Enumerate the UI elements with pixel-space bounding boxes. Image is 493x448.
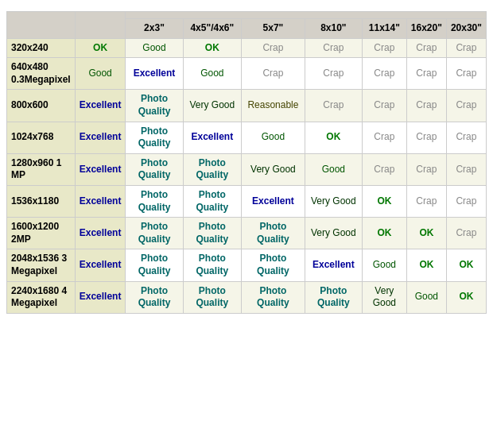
quality-cell: Crap [362,90,406,122]
capture-cell: 1280x960 1 MP [7,153,76,185]
quality-cell: Crap [446,185,486,217]
capture-cell: 1600x1200 2MP [7,218,76,249]
quality-cell: Crap [406,153,446,185]
quality-cell: Crap [446,122,486,153]
quality-cell: OK [446,281,486,313]
video-cell: OK [75,38,126,58]
table-row: 2048x1536 3 MegapixelExcellentPhoto Qual… [7,249,487,281]
quality-cell: Photo Quality [242,281,305,313]
capture-cell: 2048x1536 3 Megapixel [7,249,76,281]
capture-cell: 640x480 0.3Megapixel [7,58,76,90]
quality-cell: Excellent [242,185,305,217]
quality-cell: Photo Quality [126,153,183,185]
quality-cell: Photo Quality [183,281,242,313]
quality-cell: Crap [446,58,486,90]
table-row: 1024x768ExcellentPhoto QualityExcellentG… [7,122,487,153]
quality-cell: Crap [305,58,362,90]
quality-cell: Photo Quality [242,249,305,281]
quality-cell: Photo Quality [183,218,242,249]
quality-cell: Photo Quality [126,122,183,153]
quality-cell: Excellent [126,58,183,90]
quality-cell: Crap [242,58,305,90]
table-row: 640x480 0.3MegapixelGoodExcellentGoodCra… [7,58,487,90]
video-cell: Excellent [75,185,126,217]
table-body: 320x240OKGoodOKCrapCrapCrapCrapCrap640x4… [7,38,487,313]
video-cell: Excellent [75,218,126,249]
quality-cell: OK [446,249,486,281]
capture-cell: 2240x1680 4 Megapixel [7,281,76,313]
quality-cell: Very Good [183,90,242,122]
video-cell: Excellent [75,281,126,313]
table-row: 800x600ExcellentPhoto QualityVery GoodRe… [7,90,487,122]
size-header-0: 2x3" [126,19,183,39]
quality-cell: OK [406,249,446,281]
quality-cell: Crap [362,38,406,58]
quality-cell: Very Good [305,185,362,217]
print-size-header [126,12,487,19]
quality-cell: Excellent [183,122,242,153]
table-row: 1600x1200 2MPExcellentPhoto QualityPhoto… [7,218,487,249]
quality-cell: Crap [406,58,446,90]
capture-header [7,12,76,39]
quality-cell: Crap [406,38,446,58]
quality-cell: Excellent [305,249,362,281]
video-header [75,12,126,39]
quality-cell: Photo Quality [126,185,183,217]
table-row: 320x240OKGoodOKCrapCrapCrapCrapCrap [7,38,487,58]
quality-cell: Photo Quality [183,249,242,281]
quality-cell: Good [406,281,446,313]
quality-cell: Crap [406,90,446,122]
quality-cell: Crap [406,122,446,153]
quality-cell: Photo Quality [242,218,305,249]
capture-cell: 1536x1180 [7,185,76,217]
quality-cell: Photo Quality [183,185,242,217]
quality-cell: Photo Quality [126,90,183,122]
quality-cell: Crap [446,38,486,58]
quality-cell: Photo Quality [305,281,362,313]
quality-cell: Good [362,249,406,281]
size-header-3: 8x10" [305,19,362,39]
quality-cell: Photo Quality [126,281,183,313]
size-header-1: 4x5"/4x6" [183,19,242,39]
capture-cell: 320x240 [7,38,76,58]
quality-cell: Crap [362,58,406,90]
quality-cell: Crap [446,153,486,185]
quality-cell: Crap [362,153,406,185]
quality-cell: Very Good [242,153,305,185]
quality-cell: Crap [406,185,446,217]
quality-cell: Crap [305,90,362,122]
quality-cell: OK [362,185,406,217]
size-header-5: 16x20" [406,19,446,39]
quality-cell: OK [305,122,362,153]
quality-cell: Reasonable [242,90,305,122]
table-row: 1536x1180ExcellentPhoto QualityPhoto Qua… [7,185,487,217]
size-header-4: 11x14" [362,19,406,39]
quality-cell: Good [183,58,242,90]
table-row: 2240x1680 4 MegapixelExcellentPhoto Qual… [7,281,487,313]
video-cell: Excellent [75,153,126,185]
video-cell: Good [75,58,126,90]
size-header-6: 20x30" [446,19,486,39]
quality-cell: OK [362,218,406,249]
quality-cell: Crap [446,90,486,122]
quality-cell: Crap [242,38,305,58]
quality-cell: Photo Quality [126,249,183,281]
quality-cell: Crap [446,218,486,249]
header-row-1 [7,12,487,19]
quality-cell: Good [242,122,305,153]
quality-cell: Good [126,38,183,58]
quality-cell: Very Good [305,218,362,249]
table-container: 2x3"4x5"/4x6"5x7"8x10"11x14"16x20"20x30"… [0,0,493,320]
capture-cell: 800x600 [7,90,76,122]
quality-cell: Photo Quality [126,218,183,249]
quality-cell: Crap [305,38,362,58]
video-cell: Excellent [75,90,126,122]
quality-cell: Good [305,153,362,185]
quality-cell: Crap [362,122,406,153]
quality-cell: Very Good [362,281,406,313]
video-cell: Excellent [75,122,126,153]
quality-table: 2x3"4x5"/4x6"5x7"8x10"11x14"16x20"20x30"… [6,11,487,314]
capture-cell: 1024x768 [7,122,76,153]
table-row: 1280x960 1 MPExcellentPhoto QualityPhoto… [7,153,487,185]
quality-cell: Photo Quality [183,153,242,185]
